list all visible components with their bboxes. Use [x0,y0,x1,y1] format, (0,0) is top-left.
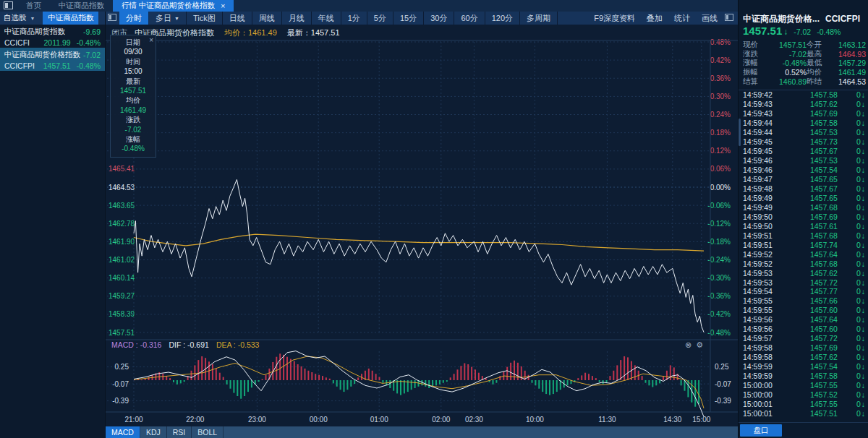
period-tab[interactable]: 60分 [454,12,485,25]
indicator-tab-boll[interactable]: BOLL [192,426,224,438]
trade-volume: 0 [856,325,861,333]
layout-grid-icon[interactable] [108,14,116,21]
trade-price: 1457.52 [780,390,838,399]
period-tab[interactable]: 1分 [341,12,367,25]
period-tab[interactable]: 分时 [119,12,149,25]
tooltip-label: 涨幅 [111,134,156,144]
trade-row: 15:00:011457.550↓ [739,399,868,408]
down-arrow-icon: ↓ [861,184,865,193]
period-tab-label: 多日 [156,13,171,24]
trade-volume: 0 [856,109,861,118]
period-tab[interactable]: 5分 [367,12,393,25]
trade-volume: 0 [856,119,861,127]
indicator-tab-rsi[interactable]: RSI [167,426,192,438]
period-tab[interactable]: 30分 [424,12,454,25]
gear-icon[interactable]: ⚙ [696,340,707,349]
period-tab-label: 1分 [348,13,360,24]
tooltip-rows: 日期09/30时间15:00最新1457.51均价1461.49涨跌-7.02涨… [111,38,156,154]
period-tab[interactable]: Tick图 [187,12,223,25]
toolbar-action[interactable]: 统计 [668,13,696,24]
period-tab[interactable]: 年线 [312,12,341,25]
svg-text:-0.39: -0.39 [715,397,731,405]
svg-text:1461.90: 1461.90 [109,238,135,246]
trade-row: 14:59:421457.580↓ [739,90,868,100]
indicator-tab-macd[interactable]: MACD [106,426,140,438]
period-tab[interactable]: 120分 [485,12,520,25]
quote-panel: 中证商品期货价格...CCICFPI 1457.51 ↓ -7.02 -0.48… [738,0,868,438]
chevron-down-icon: ▼ [174,16,179,21]
svg-text:1464.53: 1464.53 [109,184,135,192]
period-tab[interactable]: 15分 [393,12,424,25]
svg-text:0.30%: 0.30% [710,93,731,100]
intraday-chart[interactable]: 0.48%0.42%0.36%0.30%0.24%0.18%0.12%0.06%… [106,25,738,426]
period-tab[interactable]: 多日▼ [149,12,187,25]
top-tab[interactable]: 首页 [17,0,50,12]
down-arrow-icon: ↓ [861,137,865,146]
period-tab[interactable]: 月线 [282,12,312,25]
svg-text:-0.07: -0.07 [715,380,731,388]
trade-volume: 0 [856,156,861,165]
trade-row: 14:59:481457.670↓ [739,184,868,194]
tooltip-value: 1461.49 [111,106,156,115]
period-tab[interactable]: 周线 [252,12,282,25]
trade-volume: 0 [856,362,861,371]
watchlist-group-dropdown[interactable]: 自选股 ▼ [0,13,38,23]
trade-list-scrollbar[interactable] [739,119,741,146]
down-arrow-icon: ↓ [861,175,865,184]
svg-text:-0.07: -0.07 [112,380,129,388]
app-window-icon[interactable] [4,1,13,9]
svg-text:0.24%: 0.24% [710,111,731,119]
period-tab[interactable]: 多周期 [520,12,558,25]
top-tab[interactable]: 中证商品指数 [50,0,113,12]
close-icon[interactable]: × [221,1,225,10]
trade-price: 1457.65 [780,175,838,184]
svg-text:11:30: 11:30 [598,416,616,424]
watchlist-item-line1: 中证商品期货指数-9.69 [4,26,101,37]
svg-text:15:00: 15:00 [692,416,710,424]
toolbar-action[interactable]: F9深度资料 [588,13,641,24]
trade-volume: 0 [856,334,861,343]
down-arrow-icon: ↓ [861,409,865,418]
period-tab[interactable]: 日线 [223,12,252,25]
toolbar-action[interactable]: 叠加 [641,13,668,24]
down-arrow-icon: ↓ [861,353,865,361]
svg-text:1463.65: 1463.65 [109,202,135,210]
trade-row: 14:59:531457.720↓ [739,278,868,287]
watchlist-item-line2: CCICFI2011.99-0.48% [4,37,101,48]
period-tab-label: 15分 [400,13,417,24]
trade-row: 14:59:461457.540↓ [739,166,868,175]
close-circle-icon[interactable]: ⊗ [685,340,696,349]
svg-text:0.25: 0.25 [715,363,729,371]
close-icon[interactable]: × [149,36,153,44]
down-arrow-icon: ↓ [861,278,865,287]
watchlist-item[interactable]: 中证商品期货价格指数-7.02CCICFPI1457.51-0.48% [0,48,105,71]
top-tab[interactable]: 行情 中证商品期货价格指数× [113,0,234,12]
stat-value: 0.52% [762,68,807,77]
order-book-button[interactable]: 盘口 [740,424,782,437]
top-tab-label: 中证商品指数 [59,1,104,11]
watchlist-item[interactable]: 中证商品期货指数-9.69CCICFI2011.99-0.48% [0,25,105,48]
toolbar-action[interactable]: 画线 [696,13,723,24]
down-arrow-icon: ↓ [861,231,865,240]
trade-volume: 0 [856,241,861,249]
trade-price: 1457.69 [780,109,838,118]
index-group-button[interactable]: 中证商品指数 [43,12,98,25]
period-tab-label: 年线 [318,13,334,24]
trade-volume: 0 [856,250,861,259]
stat-value: 1461.49 [825,68,866,77]
period-tabs: 分时多日▼Tick图日线周线月线年线1分5分15分30分60分120分多周期 [119,12,558,25]
trade-volume: 0 [856,278,861,287]
panel-layout-icon[interactable] [725,14,733,21]
svg-text:-0.39: -0.39 [112,397,129,405]
tick-trade-list[interactable]: 14:59:421457.580↓14:59:431457.620↓14:59:… [739,90,868,418]
svg-text:-0.12%: -0.12% [707,220,731,228]
trade-price: 1457.54 [780,362,838,371]
trade-volume: 0 [856,128,861,137]
down-arrow-icon: ↓ [861,212,865,221]
trade-time: 14:59:58 [743,353,780,361]
trade-row: 14:59:431457.690↓ [739,109,868,119]
trade-row: 15:00:011457.510↓ [739,408,868,418]
indicator-tab-kdj[interactable]: KDJ [140,426,167,438]
period-tab-label: 60分 [461,13,477,24]
trade-row: 14:59:501457.690↓ [739,212,868,221]
